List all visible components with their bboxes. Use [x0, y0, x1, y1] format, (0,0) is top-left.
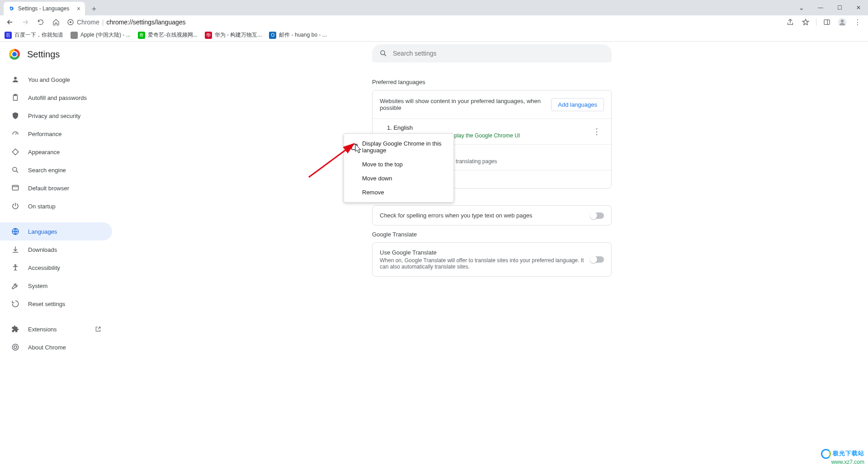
search-settings[interactable] — [372, 44, 612, 62]
language-name: 1. English — [387, 124, 590, 131]
favicon-icon: 华 — [205, 32, 212, 39]
spell-check-label: Check for spelling errors when you type … — [380, 212, 590, 219]
bookmark-item[interactable]: 奇爱奇艺-在线视频网... — [138, 31, 198, 39]
watermark-url: www.xz7.com — [821, 459, 864, 465]
close-window-button[interactable]: ✕ — [849, 0, 868, 15]
accessibility-icon — [11, 263, 20, 272]
sidebar-item-extensions[interactable]: Extensions — [0, 320, 112, 338]
bookmark-label: 华为 - 构建万物互... — [215, 31, 262, 39]
favicon-icon: 百 — [5, 32, 12, 39]
svg-point-17 — [14, 346, 17, 349]
bookmark-label: 邮件 - huang bo - ... — [279, 31, 326, 39]
bookmarks-bar: 百百度一下，你就知道 Apple (中国大陆) - ... 奇爱奇艺-在线视频网… — [0, 29, 868, 42]
home-button[interactable] — [50, 16, 62, 28]
sidebar-item-reset[interactable]: Reset settings — [0, 295, 112, 313]
svg-line-11 — [16, 171, 18, 173]
sidebar-item-label: On startup — [28, 203, 56, 210]
sidebar-item-accessibility[interactable]: Accessibility — [0, 259, 112, 277]
chrome-icon — [11, 343, 20, 352]
sidebar-item-privacy[interactable]: Privacy and security — [0, 107, 112, 125]
back-button[interactable] — [4, 16, 16, 28]
sidebar-item-you-and-google[interactable]: You and Google — [0, 71, 112, 89]
spell-check-card: Check for spelling errors when you type … — [372, 205, 612, 226]
svg-point-1 — [70, 21, 71, 23]
menu-display-in-language[interactable]: Display Google Chrome in this language — [344, 137, 453, 157]
svg-line-19 — [384, 54, 386, 56]
search-input[interactable] — [393, 50, 604, 57]
menu-move-top[interactable]: Move to the top — [344, 157, 453, 171]
sidebar-item-label: Accessibility — [28, 264, 60, 271]
svg-point-16 — [12, 344, 19, 350]
sidebar-item-about[interactable]: About Chrome — [0, 338, 112, 356]
wrench-icon — [11, 281, 20, 290]
person-icon — [11, 75, 20, 84]
clipboard-icon — [11, 93, 20, 102]
sidebar-item-downloads[interactable]: Downloads — [0, 241, 112, 259]
sidebar-item-label: You and Google — [28, 76, 70, 83]
bookmark-star-icon[interactable] — [799, 15, 812, 29]
sidebar-item-on-startup[interactable]: On startup — [0, 197, 112, 215]
bookmark-item[interactable]: 华华为 - 构建万物互... — [205, 31, 262, 39]
sidepanel-icon[interactable] — [820, 15, 834, 29]
sidebar-item-default-browser[interactable]: Default browser — [0, 179, 112, 197]
forward-button[interactable] — [19, 16, 32, 28]
maximize-button[interactable]: ☐ — [830, 0, 849, 15]
share-icon[interactable] — [783, 15, 797, 29]
sidebar-item-label: Languages — [28, 228, 57, 235]
translate-toggle[interactable] — [590, 256, 604, 263]
close-tab-icon[interactable]: × — [77, 5, 80, 12]
tab-strip: Settings - Languages × + ⌄ — ☐ ✕ — [0, 0, 868, 15]
svg-line-9 — [15, 133, 17, 135]
bookmark-item[interactable]: O邮件 - huang bo - ... — [269, 31, 326, 39]
checkbox-icon[interactable] — [351, 144, 358, 150]
section-title-preferred: Preferred languages — [372, 79, 612, 85]
minimize-button[interactable]: — — [811, 0, 830, 15]
watermark: 极光下载站 www.xz7.com — [821, 449, 864, 465]
sidebar-item-appearance[interactable]: Appearance — [0, 143, 112, 161]
download-icon — [11, 245, 20, 254]
tab-title: Settings - Languages — [18, 5, 69, 12]
browser-tab[interactable]: Settings - Languages × — [4, 2, 85, 15]
url-origin: Chrome — [77, 19, 99, 26]
svg-point-10 — [13, 167, 17, 171]
bookmark-label: Apple (中国大陆) - ... — [80, 31, 131, 39]
preferred-desc: Websites will show content in your prefe… — [380, 98, 551, 111]
sidebar-item-label: Search engine — [28, 167, 66, 174]
url-field[interactable]: Chrome | chrome://settings/languages — [67, 19, 186, 26]
palette-icon — [11, 147, 20, 156]
restore-icon — [11, 299, 20, 308]
site-info-icon — [67, 19, 74, 26]
translate-card: Use Google Translate When on, Google Tra… — [372, 242, 612, 277]
sidebar-item-autofill[interactable]: Autofill and passwords — [0, 89, 112, 107]
url-path: chrome://settings/languages — [106, 19, 185, 26]
menu-remove[interactable]: Remove — [344, 185, 453, 199]
translate-title: Use Google Translate — [380, 249, 590, 256]
kebab-menu-icon[interactable]: ⋮ — [851, 15, 864, 29]
bookmark-item[interactable]: 百百度一下，你就知道 — [5, 31, 63, 39]
profile-avatar-icon[interactable] — [835, 15, 849, 29]
speedometer-icon — [11, 129, 20, 138]
svg-point-15 — [15, 264, 16, 266]
bookmark-item[interactable]: Apple (中国大陆) - ... — [71, 31, 131, 39]
sidebar-item-label: Reset settings — [28, 301, 65, 307]
language-more-button[interactable]: ⋮ — [590, 124, 604, 139]
sidebar-item-performance[interactable]: Performance — [0, 125, 112, 143]
sidebar-item-languages[interactable]: Languages — [0, 222, 112, 241]
bookmark-label: 爱奇艺-在线视频网... — [148, 31, 198, 39]
sidebar-item-search-engine[interactable]: Search engine — [0, 161, 112, 179]
sidebar-item-system[interactable]: System — [0, 277, 112, 295]
new-tab-button[interactable]: + — [88, 3, 100, 15]
tab-search-icon[interactable]: ⌄ — [792, 0, 811, 15]
favicon-icon: O — [269, 32, 276, 39]
translate-sub: When on, Google Translate will offer to … — [380, 257, 590, 270]
menu-item-label: Display Google Chrome in this language — [362, 140, 446, 154]
sidebar-item-label: Autofill and passwords — [28, 94, 87, 101]
language-actions-menu: Display Google Chrome in this language M… — [344, 133, 454, 203]
add-languages-button[interactable]: Add languages — [551, 98, 604, 111]
favicon-icon: 奇 — [138, 32, 145, 39]
reload-button[interactable] — [34, 16, 47, 28]
globe-icon — [11, 227, 20, 236]
power-icon — [11, 202, 20, 211]
menu-move-down[interactable]: Move down — [344, 171, 453, 185]
spell-check-toggle[interactable] — [590, 212, 604, 219]
